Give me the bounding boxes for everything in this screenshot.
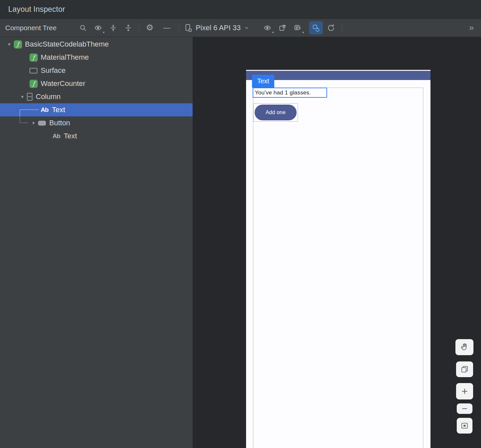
recomposition-counts-icon [312,24,320,32]
tree-guide-line [20,116,28,123]
composable-icon: ƒ [14,40,22,49]
tree-item-label: BasicStateCodelabTheme [25,40,109,49]
search-button[interactable] [76,21,90,34]
zoom-in-button[interactable]: + [456,383,473,399]
layer-visibility-button[interactable]: ▾ [261,21,274,34]
snapshot-export-button[interactable] [276,21,289,34]
collapse-all-icon [124,24,132,32]
device-icon [184,24,193,32]
hide-panel-button[interactable]: — [160,21,174,34]
tree-item-column[interactable]: ▾ Column [0,90,193,103]
pan-hand-icon [460,343,469,352]
layout-render-canvas[interactable]: Text You've had 1 glasses. Add one + − [193,37,481,448]
tree-item-label: Column [36,92,61,101]
tree-item-text-child[interactable]: Ab Text [0,130,193,143]
chevron-down-icon[interactable]: ▾ [29,120,38,126]
tree-item-text-selected[interactable]: Ab Text [0,103,193,116]
snapshot-options-button[interactable]: ▾ [291,21,304,34]
settings-button[interactable]: ⚙ [143,21,157,34]
eye-icon [263,24,271,32]
device-selector-label: Pixel 6 API 33 [196,24,240,32]
recomposition-highlight-toggle[interactable] [309,21,323,34]
pan-mode-button[interactable] [455,339,473,355]
tree-item-button[interactable]: ▾ Button [0,116,193,130]
chevron-down-icon: ▾ [272,31,274,34]
tree-item-label: MaterialTheme [41,53,89,62]
fit-screen-icon [460,421,469,430]
app-text: You've had 1 glasses. [255,90,311,96]
layers-3d-icon [460,365,469,374]
text-icon: Ab [52,132,60,140]
component-tree-panel: ▾ ƒ BasicStateCodelabTheme ƒ MaterialThe… [0,37,193,448]
chevron-down-icon[interactable]: ▾ [5,41,14,47]
component-tree-title: Component Tree [5,24,56,32]
snapshot-list-icon [294,24,302,32]
device-screenshot[interactable]: Text You've had 1 glasses. Add one [246,70,430,448]
search-icon [79,24,87,32]
tree-item-label: WaterCounter [41,79,85,88]
tree-item-label: Surface [41,66,66,75]
tree-item-label: Button [49,119,70,127]
minus-icon: − [462,405,468,412]
refresh-button[interactable] [324,21,338,34]
view-options-button[interactable]: ▾ [91,21,105,34]
tree-guide-line [20,110,20,116]
text-icon: Ab [41,106,48,113]
toolbar-separator [179,23,179,32]
eye-icon [94,24,102,32]
chevron-down-icon [243,25,250,31]
selected-text-bounds[interactable]: You've had 1 glasses. [253,88,327,98]
main-toolbar: Component Tree ▾ ⚙ — [0,19,481,37]
chevron-down-icon: ▾ [103,31,104,34]
plus-icon: + [462,385,468,397]
surface-icon [30,68,37,73]
add-one-button[interactable]: Add one [255,105,297,120]
composable-icon: ƒ [30,53,38,62]
selection-tag: Text [252,75,274,88]
expand-all-button[interactable] [106,21,120,34]
rotate-3d-button[interactable] [456,361,473,377]
zoom-out-button[interactable]: − [457,403,472,414]
refresh-icon [327,24,335,32]
tree-item-label: Text [64,132,77,140]
toolbar-separator [342,23,342,32]
collapse-all-button[interactable] [121,21,135,34]
expand-all-icon [109,24,117,32]
window-title: Layout Inspector [8,5,65,14]
chevron-down-icon: ▾ [302,31,304,34]
toolbar-separator [139,23,139,32]
snapshot-export-icon [279,24,286,32]
column-icon [27,93,32,101]
tree-item-basicstatecodelabtheme[interactable]: ▾ ƒ BasicStateCodelabTheme [0,38,193,51]
composable-icon: ƒ [30,80,38,88]
tree-item-label: Text [52,106,65,114]
more-actions-button[interactable]: » [466,23,477,33]
window-title-bar: Layout Inspector [0,0,481,19]
tree-item-materialtheme[interactable]: ƒ MaterialTheme [0,51,193,64]
device-content-outline [253,88,423,448]
button-icon [38,121,46,126]
chevron-down-icon[interactable]: ▾ [18,94,27,100]
minimize-icon: — [163,24,170,32]
device-selector[interactable]: Pixel 6 API 33 [184,24,250,32]
app-button-bounds[interactable]: Add one [253,103,298,122]
tree-item-surface[interactable]: Surface [0,64,193,77]
zoom-to-fit-button[interactable] [457,418,472,434]
gear-icon: ⚙ [146,23,154,33]
tree-item-watercounter[interactable]: ƒ WaterCounter [0,77,193,90]
tree-guide-line [20,110,39,110]
